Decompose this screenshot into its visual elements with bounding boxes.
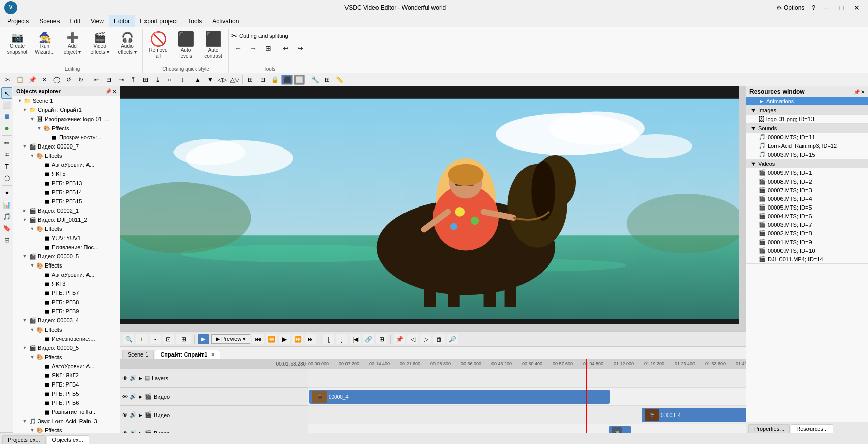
panel-pin[interactable]: 📌 bbox=[105, 88, 111, 94]
menu-tools[interactable]: Tools bbox=[183, 15, 207, 27]
tree-video-mts[interactable]: ▼ 🎬 Видео: 00000_5 bbox=[13, 343, 120, 352]
tl-prev-marker[interactable]: ◁ bbox=[407, 334, 418, 344]
tl-zoom-out2[interactable]: 🔍 bbox=[123, 334, 134, 344]
tl-zoom-plus[interactable]: + bbox=[136, 334, 148, 344]
res-snd-00003[interactable]: 🎵 00003.MTS; ID=15 bbox=[746, 150, 868, 159]
tl-next-frame[interactable]: ⏩ bbox=[292, 334, 303, 344]
arrow-left-tool[interactable]: ← bbox=[231, 43, 245, 54]
clip-00000-4[interactable]: 🎬 00000_4 bbox=[309, 390, 610, 404]
tree-video7-effects[interactable]: ▼ 🎨 Effects bbox=[13, 151, 120, 160]
tool-select-rect[interactable]: ⬜ bbox=[1, 99, 12, 110]
menu-editor[interactable]: Editor bbox=[109, 15, 135, 27]
h-tool-lock[interactable]: 🔒 bbox=[269, 75, 280, 85]
tool-stamp[interactable]: 🔖 bbox=[1, 222, 12, 233]
preview-scrollbar-vertical[interactable] bbox=[739, 86, 746, 331]
track-lock-v3[interactable]: 🔊 bbox=[130, 430, 137, 433]
tl-zoom-fit[interactable]: ⊡ bbox=[163, 334, 174, 344]
res-v00009[interactable]: 🎬 00009.MTS; ID=1 bbox=[746, 168, 868, 177]
h-tool-grid[interactable]: ⊞ bbox=[322, 75, 333, 85]
tree-autolevels2[interactable]: ◼ АвтоУровни: А... bbox=[13, 270, 120, 279]
tl-del-marker[interactable]: 🗑 bbox=[433, 334, 445, 344]
h-tool-snap[interactable]: 🔧 bbox=[309, 75, 321, 85]
expand-scene1[interactable]: ▼ bbox=[16, 98, 23, 103]
tl-add-marker[interactable]: 📌 bbox=[394, 334, 405, 344]
h-tool-circle[interactable]: ◯ bbox=[51, 75, 62, 85]
split-tool[interactable]: ⊞ bbox=[262, 43, 275, 54]
h-tool-flip-v[interactable]: △▽ bbox=[229, 75, 240, 85]
tool-crop[interactable]: ⌗ bbox=[1, 149, 12, 160]
h-tool-stroke[interactable]: ⬜ bbox=[294, 75, 305, 85]
resources-tab[interactable]: Resources... bbox=[791, 424, 833, 433]
h-tool-move-up[interactable]: ▲ bbox=[192, 75, 204, 85]
track-eye-v1[interactable]: 👁 bbox=[122, 394, 128, 400]
tree-video-mts-effects[interactable]: ▼ 🎨 Effects bbox=[13, 352, 120, 362]
tree-dji-effects[interactable]: ▼ 🎨 Effects bbox=[13, 224, 120, 233]
track-expand-v2[interactable]: ▶ bbox=[139, 412, 142, 418]
bottom-tab-projects[interactable]: Projects ex... bbox=[2, 435, 46, 444]
clip-00003-4[interactable]: 🎬 00003_4 bbox=[642, 408, 746, 422]
options-icon[interactable]: ⚙ Options bbox=[773, 3, 808, 13]
arrow-right-tool[interactable]: → bbox=[246, 43, 261, 54]
res-v00004[interactable]: 🎬 00004.MTS; ID=6 bbox=[746, 212, 868, 220]
tool-magic[interactable]: ✦ bbox=[1, 187, 12, 198]
bottom-tab-objects[interactable]: Objects ex... bbox=[47, 435, 89, 444]
h-tool-cut[interactable]: ✂ bbox=[2, 75, 13, 85]
res-vdji[interactable]: 🎬 DJI_0011.MP4; ID=14 bbox=[746, 255, 868, 263]
h-tool-redo[interactable]: ↻ bbox=[75, 75, 86, 85]
h-tool-align-top[interactable]: ⤒ bbox=[128, 75, 139, 85]
tl-zoom-marker[interactable]: 🔎 bbox=[447, 334, 458, 344]
res-v00000[interactable]: 🎬 00000.MTS; ID=10 bbox=[746, 246, 868, 255]
track-lock-v1[interactable]: 🔊 bbox=[130, 393, 137, 400]
res-v00003[interactable]: 🎬 00003.MTS; ID=7 bbox=[746, 220, 868, 229]
h-tool-undo[interactable]: ↺ bbox=[63, 75, 74, 85]
tool-resize[interactable]: ● bbox=[1, 123, 12, 134]
track-expand-v1[interactable]: ▶ bbox=[139, 394, 142, 399]
tree-rgb6[interactable]: ◼ РГБ: РГБ6 bbox=[13, 398, 120, 407]
track-header-video1[interactable]: 👁 🔊 ▶ 🎬 Видео bbox=[120, 388, 308, 406]
res-v00001[interactable]: 🎬 00001.MTS; ID=9 bbox=[746, 238, 868, 246]
tree-sound-effects[interactable]: ▼ 🎨 Effects bbox=[13, 426, 120, 433]
tool-cursor[interactable]: ↖ bbox=[1, 87, 12, 99]
res-images-header[interactable]: ▼ Images bbox=[746, 106, 868, 115]
audio-effects-button[interactable]: 🎧 Audioeffects ▾ bbox=[114, 29, 140, 59]
tl-next-marker[interactable]: ▷ bbox=[420, 334, 431, 344]
tree-sprite1[interactable]: ▼ 📁 Спрайт: Спрайт1 bbox=[13, 105, 120, 114]
run-wizard-button[interactable]: 🧙 RunWizard... bbox=[32, 29, 58, 59]
tl-mark-split[interactable]: |◀ bbox=[350, 334, 361, 344]
track-header-video3[interactable]: 👁 🔊 ▶ 🎬 Видео bbox=[120, 424, 308, 433]
res-snd-lorn[interactable]: 🎵 Lorn-Acid_Rain.mp3; ID=12 bbox=[746, 141, 868, 150]
tool-text[interactable]: T bbox=[1, 161, 12, 172]
track-lock-layers[interactable]: 🔊 bbox=[130, 375, 137, 381]
playhead[interactable] bbox=[586, 359, 587, 433]
h-tool-ungroup[interactable]: ⊡ bbox=[257, 75, 268, 85]
track-header-layers[interactable]: 👁 🔊 ▶ ▤ Layers bbox=[120, 369, 308, 388]
tl-go-end[interactable]: ⏭ bbox=[305, 334, 316, 344]
properties-tab[interactable]: Properties... bbox=[748, 424, 790, 433]
h-tool-copy[interactable]: 📋 bbox=[14, 75, 25, 85]
res-close[interactable]: ✕ bbox=[861, 89, 865, 95]
tree-autolevels[interactable]: ◼ АвтоУровни: А... bbox=[13, 160, 120, 169]
res-pin[interactable]: 📌 bbox=[854, 89, 860, 95]
tl-preview-btn[interactable]: ▶ Preview ▾ bbox=[211, 334, 250, 344]
tool-chart[interactable]: 📊 bbox=[1, 199, 12, 210]
h-tool-flip-h[interactable]: ◁▷ bbox=[217, 75, 228, 85]
res-animations-header[interactable]: ► Animations bbox=[746, 97, 868, 105]
tree-rgb8[interactable]: ◼ РГБ: РГБ8 bbox=[13, 298, 120, 307]
tree-split[interactable]: ◼ Разнытие по Га... bbox=[13, 407, 120, 417]
tree-yakg2[interactable]: ◼ ЯКГ: ЯКГ2 bbox=[13, 371, 120, 380]
tree-video3-effects[interactable]: ▼ 🎨 Effects bbox=[13, 325, 120, 334]
panel-close[interactable]: ✕ bbox=[112, 88, 117, 94]
h-tool-align-left[interactable]: ⇤ bbox=[91, 75, 102, 85]
tree-yuv[interactable]: ◼ YUV: YUV1 bbox=[13, 233, 120, 243]
h-tool-distrib-v[interactable]: ↕ bbox=[177, 75, 188, 85]
tl-tab-scene1[interactable]: Scene 1 bbox=[122, 350, 154, 359]
tree-rgb9[interactable]: ◼ РГБ: РГБ9 bbox=[13, 307, 120, 316]
h-tool-align-mid[interactable]: ⊞ bbox=[140, 75, 151, 85]
tree-rgb4[interactable]: ◼ РГБ: РГБ4 bbox=[13, 380, 120, 389]
clip-small[interactable]: 🎬 bbox=[609, 426, 631, 433]
tree-video2[interactable]: ► 🎬 Видео: 00002_1 bbox=[13, 206, 120, 215]
tl-zoom-minus[interactable]: - bbox=[150, 334, 161, 344]
maximize-button[interactable]: □ bbox=[834, 3, 849, 13]
tree-video3-4[interactable]: ▼ 🎬 Видео: 00003_4 bbox=[13, 316, 120, 325]
res-v00005[interactable]: 🎬 00005.MTS; ID=5 bbox=[746, 203, 868, 212]
